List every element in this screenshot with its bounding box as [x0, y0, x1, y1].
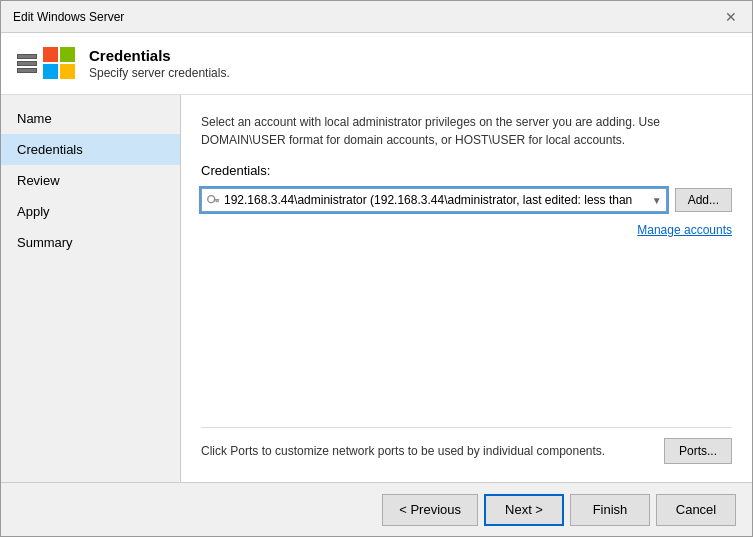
- spacer: [201, 247, 732, 417]
- manage-accounts-link[interactable]: Manage accounts: [637, 223, 732, 237]
- logo-yellow: [60, 64, 75, 79]
- header-subtitle: Specify server credentials.: [89, 66, 230, 80]
- credentials-dropdown[interactable]: 192.168.3.44\administrator (192.168.3.44…: [201, 188, 667, 212]
- header-text: Credentials Specify server credentials.: [89, 47, 230, 80]
- title-bar: Edit Windows Server ✕: [1, 1, 752, 33]
- next-button[interactable]: Next >: [484, 494, 564, 526]
- ports-button[interactable]: Ports...: [664, 438, 732, 464]
- header-title: Credentials: [89, 47, 230, 64]
- logo-red: [43, 47, 58, 62]
- key-icon: [206, 193, 220, 207]
- sidebar-item-summary[interactable]: Summary: [1, 227, 180, 258]
- previous-button[interactable]: < Previous: [382, 494, 478, 526]
- cancel-button[interactable]: Cancel: [656, 494, 736, 526]
- add-button[interactable]: Add...: [675, 188, 732, 212]
- svg-rect-3: [216, 200, 217, 202]
- windows-logo-icon: [43, 47, 75, 79]
- ports-row: Click Ports to customize network ports t…: [201, 427, 732, 464]
- sidebar-item-name[interactable]: Name: [1, 103, 180, 134]
- ports-description: Click Ports to customize network ports t…: [201, 444, 605, 458]
- svg-point-0: [208, 196, 215, 203]
- dropdown-arrow-icon: ▼: [652, 195, 662, 206]
- server-bar-1: [17, 54, 37, 59]
- finish-button[interactable]: Finish: [570, 494, 650, 526]
- sidebar: Name Credentials Review Apply Summary: [1, 95, 181, 482]
- content-area: Select an account with local administrat…: [181, 95, 752, 482]
- credentials-label: Credentials:: [201, 163, 732, 178]
- server-bar-3: [17, 68, 37, 73]
- dialog-title: Edit Windows Server: [13, 10, 124, 24]
- sidebar-item-apply[interactable]: Apply: [1, 196, 180, 227]
- credentials-row: 192.168.3.44\administrator (192.168.3.44…: [201, 188, 732, 212]
- server-stack-icon: [17, 54, 37, 73]
- server-bar-2: [17, 61, 37, 66]
- sidebar-item-credentials[interactable]: Credentials: [1, 134, 180, 165]
- logo-blue: [43, 64, 58, 79]
- sidebar-item-review[interactable]: Review: [1, 165, 180, 196]
- logo-green: [60, 47, 75, 62]
- content-description: Select an account with local administrat…: [201, 113, 732, 149]
- dialog: Edit Windows Server ✕ Credentials Specif…: [0, 0, 753, 537]
- header-icon: [17, 47, 75, 79]
- svg-rect-1: [214, 199, 219, 200]
- main-content: Name Credentials Review Apply Summary Se…: [1, 95, 752, 482]
- manage-accounts-container: Manage accounts: [201, 222, 732, 237]
- header-section: Credentials Specify server credentials.: [1, 33, 752, 95]
- close-button[interactable]: ✕: [722, 8, 740, 26]
- svg-rect-2: [217, 200, 218, 202]
- footer: < Previous Next > Finish Cancel: [1, 482, 752, 536]
- dropdown-text: 192.168.3.44\administrator (192.168.3.44…: [206, 193, 652, 207]
